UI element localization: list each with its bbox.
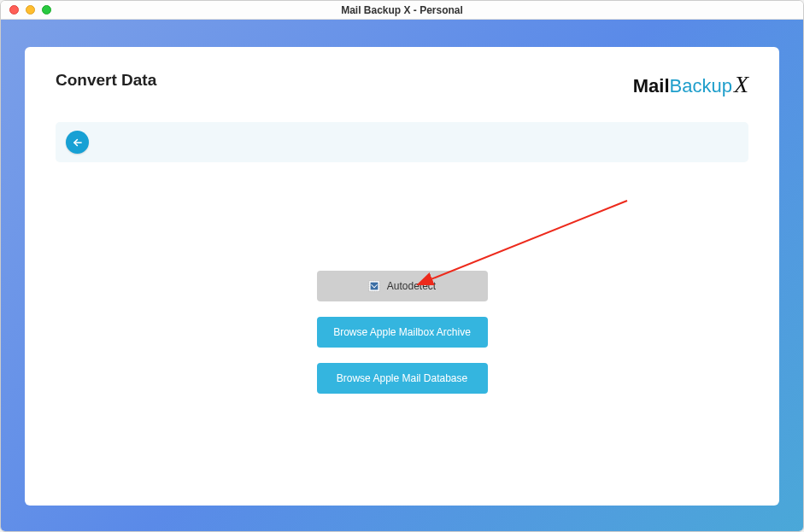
zoom-window-button[interactable] [42,5,51,15]
window-title: Mail Backup X - Personal [1,4,803,16]
svg-rect-2 [370,283,378,290]
browse-database-label: Browse Apple Mail Database [337,372,467,384]
svg-line-4 [429,201,627,280]
button-stack: Autodetect Browse Apple Mailbox Archive … [317,271,488,394]
card-header: Convert Data MailBackup X [56,71,748,98]
traffic-lights [1,5,51,15]
main-card: Convert Data MailBackup X [25,47,779,506]
page-title: Convert Data [56,71,156,90]
browse-database-button[interactable]: Browse Apple Mail Database [317,363,488,394]
toolbar [56,122,748,162]
logo-x: X [734,71,748,98]
autodetect-button[interactable]: Autodetect [317,271,488,301]
apple-mail-stamp-icon [368,280,380,292]
browse-archive-label: Browse Apple Mailbox Archive [333,326,471,338]
brand-logo: MailBackup X [633,71,748,98]
logo-backup: Backup [670,75,732,97]
browse-archive-button[interactable]: Browse Apple Mailbox Archive [317,317,488,348]
back-button[interactable] [66,131,89,154]
logo-mail: Mail [633,75,670,97]
close-window-button[interactable] [9,5,19,15]
app-window: Mail Backup X - Personal Convert Data Ma… [0,0,804,532]
minimize-window-button[interactable] [26,5,35,15]
app-body: Convert Data MailBackup X [1,20,803,532]
arrow-left-icon [72,137,84,149]
titlebar: Mail Backup X - Personal [1,1,803,20]
autodetect-label: Autodetect [387,280,436,292]
